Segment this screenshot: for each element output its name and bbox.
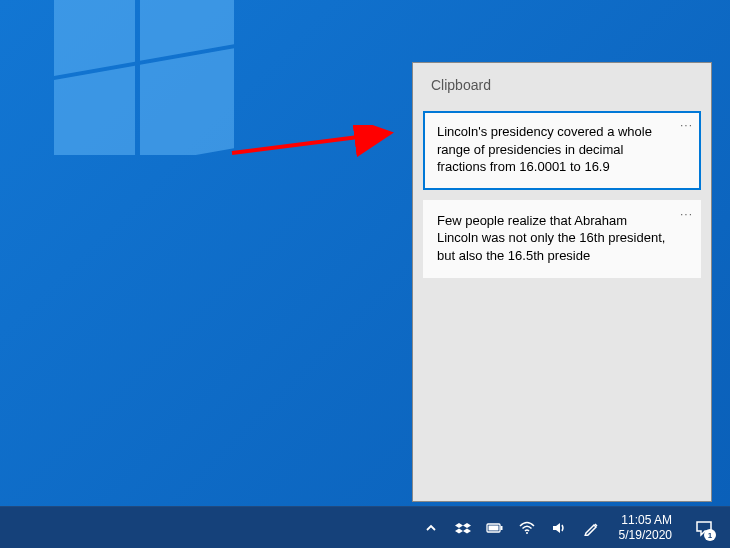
svg-rect-6	[500, 526, 502, 530]
clipboard-item-text: Lincoln's presidency covered a whole ran…	[437, 123, 687, 176]
ellipses-icon[interactable]: ···	[680, 208, 693, 220]
annotation-arrow	[230, 125, 405, 165]
clipboard-title: Clipboard	[413, 63, 711, 111]
svg-rect-0	[54, 0, 135, 77]
clipboard-item[interactable]: Lincoln's presidency covered a whole ran…	[423, 111, 701, 190]
notification-count-badge: 1	[704, 529, 716, 541]
svg-rect-7	[488, 525, 498, 530]
ellipses-icon[interactable]: ···	[680, 119, 693, 131]
taskbar-clock[interactable]: 11:05 AM 5/19/2020	[613, 513, 678, 543]
taskbar-time: 11:05 AM	[621, 513, 672, 528]
windows-logo	[54, 0, 234, 155]
taskbar: 11:05 AM 5/19/2020 1	[0, 506, 730, 548]
clipboard-item-text: Few people realize that Abraham Lincoln …	[437, 212, 687, 265]
wifi-tray-icon[interactable]	[517, 507, 537, 548]
dropbox-tray-icon[interactable]	[453, 507, 473, 548]
system-tray: 11:05 AM 5/19/2020 1	[413, 507, 726, 548]
volume-tray-icon[interactable]	[549, 507, 569, 548]
taskbar-date: 5/19/2020	[619, 528, 672, 543]
svg-rect-2	[54, 66, 135, 155]
svg-line-4	[232, 133, 390, 153]
svg-point-8	[526, 532, 528, 534]
clipboard-items-list: Lincoln's presidency covered a whole ran…	[413, 111, 711, 278]
clipboard-item[interactable]: Few people realize that Abraham Lincoln …	[423, 200, 701, 279]
clipboard-panel: Clipboard Lincoln's presidency covered a…	[412, 62, 712, 502]
show-hidden-icons-chevron[interactable]	[421, 507, 441, 548]
svg-rect-3	[140, 47, 234, 155]
ink-workspace-tray-icon[interactable]	[581, 507, 601, 548]
action-center-icon[interactable]: 1	[690, 507, 718, 548]
battery-tray-icon[interactable]	[485, 507, 505, 548]
